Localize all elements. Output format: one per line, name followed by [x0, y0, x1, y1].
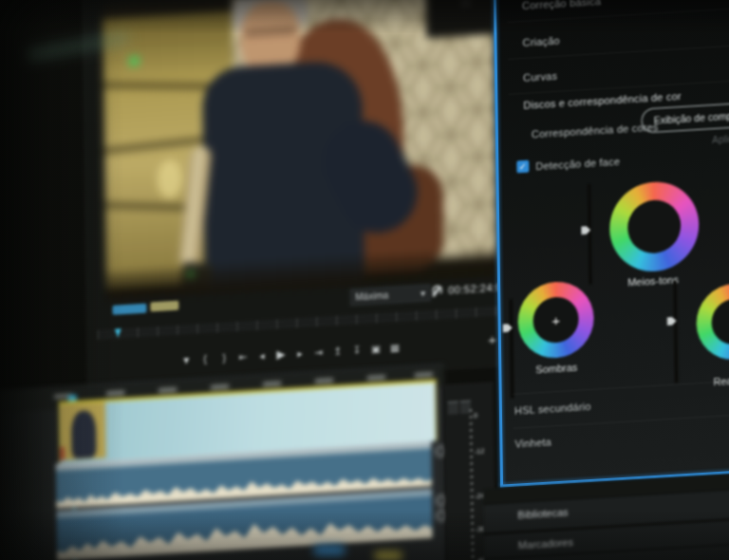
scrubber-playhead[interactable]: [115, 328, 122, 337]
lumetri-color-panel: Correção básica Criação Curvas Discos e …: [493, 0, 729, 488]
go-to-out-icon[interactable]: ⇥: [309, 345, 328, 358]
clip-label-sliver: [60, 447, 64, 460]
timeline-workarea-blur: [374, 551, 402, 560]
mark-out-icon[interactable]: }: [215, 351, 234, 364]
resolution-value: Máxima: [355, 290, 388, 303]
ruler-label-blur: [262, 381, 281, 386]
separator: [513, 376, 729, 395]
play-icon[interactable]: ▶: [271, 347, 290, 362]
markers-label: Marcadores: [518, 536, 573, 551]
ruler-label-blur: [314, 378, 333, 383]
meter-tick-column: [470, 409, 475, 560]
mark-in-icon[interactable]: {: [196, 352, 215, 364]
lumetri-top-rows: Correção básica Criação Curvas Discos e …: [493, 0, 729, 182]
section-basic-correction[interactable]: Correção básica: [522, 0, 601, 11]
thumbnail-figure: [71, 410, 97, 459]
wall-picture-frame: [425, 0, 497, 38]
lamp-glow: [157, 159, 182, 199]
spacer: [96, 361, 177, 365]
premiere-window: Máxima ▾ 00:52:24:03 ▼ { } ⇤ ◂ ▶ ▸ ⇥ ↥ ↧…: [0, 0, 729, 560]
ruler-label-blur: [211, 384, 230, 390]
sparkle: [464, 1, 467, 4]
libraries-label: Bibliotecas: [517, 506, 568, 520]
comparison-view-button[interactable]: Exibição de compa: [642, 99, 729, 133]
go-to-in-icon[interactable]: ⇤: [234, 350, 252, 363]
step-forward-icon[interactable]: ▸: [290, 346, 309, 359]
clip-thumbnail: [60, 401, 106, 460]
apply-button-disabled[interactable]: Aplicar: [712, 132, 729, 145]
lumetri-color-wheels: Meios-tons + Sombras: [495, 154, 729, 390]
button-editor-plus-icon[interactable]: +: [488, 331, 496, 348]
lumetri-bottom-rows: HSL secundário Vinheta: [499, 363, 729, 487]
screen-photo: Máxima ▾ 00:52:24:03 ▼ { } ⇤ ◂ ▶ ▸ ⇥ ↥ ↧…: [0, 0, 729, 560]
step-back-icon[interactable]: ◂: [252, 349, 271, 362]
section-curves[interactable]: Curvas: [523, 70, 557, 84]
export-frame-icon[interactable]: ▣: [366, 343, 385, 355]
midtones-label: Meios-tons: [627, 273, 679, 288]
current-timecode-blur[interactable]: [112, 304, 146, 315]
section-hsl-secondary[interactable]: HSL secundário: [514, 401, 591, 417]
lift-icon[interactable]: ↥: [328, 345, 347, 357]
ruler-label-blur: [106, 390, 125, 396]
meter-scale-12: -12: [474, 446, 495, 456]
chevron-down-icon: ▾: [421, 288, 425, 298]
extract-icon[interactable]: ↧: [347, 344, 366, 356]
add-marker-icon[interactable]: ▼: [177, 354, 196, 366]
meter-scale-0: 0: [474, 410, 495, 420]
program-monitor-video: [103, 0, 497, 300]
shadows-label: Sombras: [535, 362, 577, 376]
highlights-luma-slider[interactable]: [673, 280, 679, 383]
timeline-panel: [0, 364, 447, 560]
ruler-label-blur: [414, 372, 433, 378]
zoom-level-dropdown-blur[interactable]: [150, 301, 178, 312]
comparison-view-icon[interactable]: ▦: [385, 342, 404, 354]
meter-bar-left: [448, 401, 458, 415]
ruler-label-blur: [366, 375, 385, 381]
section-vignette[interactable]: Vinheta: [514, 436, 551, 449]
midtones-luma-slider[interactable]: [588, 184, 592, 285]
ruler-label-blur: [159, 387, 178, 393]
color-match-label: Correspondência de cores: [532, 121, 659, 140]
video-content: [103, 0, 497, 300]
section-creative[interactable]: Criação: [522, 35, 559, 48]
shadows-center-plus: +: [551, 311, 560, 328]
playback-resolution-dropdown[interactable]: Máxima ▾: [349, 284, 431, 307]
settings-wrench-icon[interactable]: [429, 285, 442, 299]
timeline-scrollbar-blur[interactable]: [313, 545, 346, 556]
green-led: [128, 55, 140, 67]
